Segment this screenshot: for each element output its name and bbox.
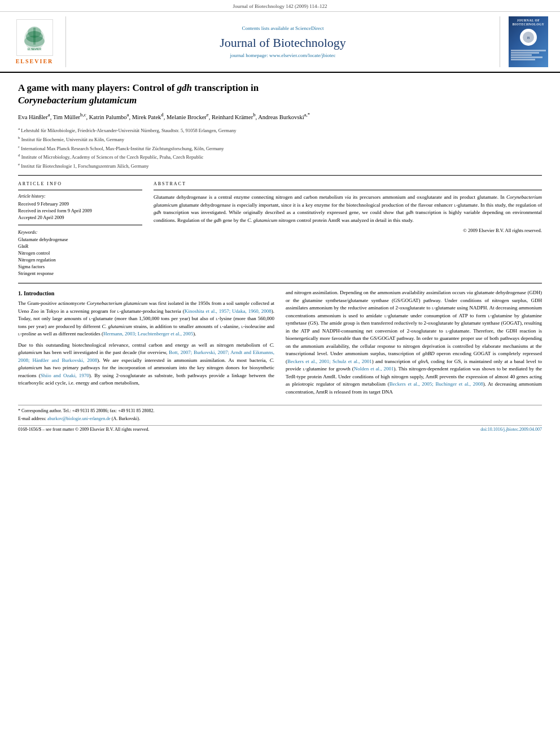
journal-info-bar: Journal of Biotechnology 142 (2009) 114–… [0, 0, 560, 12]
keyword-6: Stringent response [18, 270, 142, 276]
cover-logo-svg: B [522, 30, 535, 44]
section-divider-2 [18, 283, 542, 283]
affiliation-c: c International Max Planck Research Scho… [18, 144, 542, 152]
abstract-text: Glutamate dehydrogenase is a central enz… [154, 194, 542, 224]
ref-beckers2001[interactable]: Beckers et al., 2001; Schulz et al., 200… [287, 359, 372, 364]
intro-paragraph-3: and nitrogen assimilation. Depending on … [286, 289, 542, 396]
svg-text:B: B [527, 36, 530, 40]
section-divider-1 [18, 175, 542, 176]
issn-line: 0168-1656/$ – see front matter © 2009 El… [18, 427, 150, 432]
email-link[interactable]: aburkov@biologie.uni-erlangen.de [47, 416, 111, 421]
intro-paragraph-2: Due to this outstanding biotechnological… [18, 342, 274, 387]
journal-cover-image: JOURNAL OFBIOTECHNOLOGY B [509, 16, 548, 67]
elsevier-logo-box: ELSEVIER [16, 19, 53, 56]
ref-hermann[interactable]: Hermann, 2003; Leuchtenberger et al., 20… [103, 331, 193, 337]
journal-title-area: Contents lists available at ScienceDirec… [65, 16, 500, 67]
elsevier-logo-svg: ELSEVIER [19, 22, 50, 53]
journal-citation: Journal of Biotechnology 142 (2009) 114–… [233, 3, 327, 9]
keywords-label: Keywords: [18, 230, 142, 235]
ref-kinoshita[interactable]: Kinoshita et al., 1957; Udaka, 1960, 200… [185, 308, 272, 314]
article-info-col: ARTICLE INFO Article history: Received 9… [18, 181, 142, 277]
sciencedirect-info: Contents lists available at ScienceDirec… [242, 25, 324, 31]
cover-decoration [511, 49, 546, 61]
svg-text:ELSEVIER: ELSEVIER [27, 47, 41, 51]
keywords-section: Keywords: Glutamate dehydrogenase GlnR N… [18, 230, 142, 276]
history-label: Article history: [18, 194, 142, 199]
page: Journal of Biotechnology 142 (2009) 114–… [0, 0, 560, 747]
journal-homepage: journal homepage: www.elsevier.com/locat… [230, 53, 336, 58]
header: ELSEVIER ELSEVIER Contents lists availab… [0, 12, 560, 73]
body-columns: 1. Introduction The Gram-positive actino… [18, 289, 542, 399]
keyword-4: Nitrogen regulation [18, 257, 142, 263]
affiliation-d: d Institute of Microbiology, Academy of … [18, 152, 542, 161]
footnote-email: E-mail address: aburkov@biologie.uni-erl… [18, 416, 542, 422]
keyword-1: Glutamate dehydrogenase [18, 237, 142, 242]
keyword-2: GlnR [18, 243, 142, 249]
abstract-col: ABSTRACT Glutamate dehydrogenase is a ce… [154, 181, 542, 277]
affiliation-e: e Institut für Biotechnologie 1, Forschu… [18, 161, 542, 170]
elsevier-wordmark: ELSEVIER [16, 58, 54, 64]
footnote-section: * Corresponding author. Tel.: +49 9131 8… [18, 405, 542, 421]
journal-cover-area: JOURNAL OFBIOTECHNOLOGY B [506, 16, 551, 67]
ref-shiio[interactable]: Shiio and Ozaki, 1970 [41, 373, 89, 378]
history-revised: Received in revised form 9 April 2009 [18, 208, 142, 213]
authors: Eva Hänßlera, Tim Müllerb,c, Katrin Palu… [18, 111, 542, 121]
article-info-abstract: ARTICLE INFO Article history: Received 9… [18, 181, 542, 277]
keyword-5: Sigma factors [18, 264, 142, 269]
intro-paragraph-1: The Gram-positive actinomycete Corynebac… [18, 300, 274, 338]
ref-bott[interactable]: Bott, 2007; Burkovski, 2007; Arndt and E… [18, 350, 274, 363]
sciencedirect-link-text[interactable]: ScienceDirect [295, 25, 323, 31]
affiliation-a: a Lehrstuhl für Mikrobiologie, Friedrich… [18, 126, 542, 134]
keywords-divider [18, 225, 142, 225]
cover-journal-title: JOURNAL OFBIOTECHNOLOGY [513, 19, 545, 26]
journal-title: Journal of Biotechnology [220, 36, 346, 50]
svg-point-4 [24, 36, 45, 47]
section-1-heading: 1. Introduction [18, 289, 274, 298]
history-received: Received 9 February 2009 [18, 201, 142, 207]
affiliations: a Lehrstuhl für Mikrobiologie, Friedrich… [18, 126, 542, 169]
article-title: A game with many players: Control of gdh… [18, 82, 542, 107]
doi-line[interactable]: doi:10.1016/j.jbiotec.2009.04.007 [480, 427, 542, 432]
abstract-divider [154, 190, 542, 190]
history-accepted: Accepted 20 April 2009 [18, 215, 142, 220]
homepage-url[interactable]: www.elsevier.com/locate/jbiotec [269, 53, 335, 58]
body-left-col: 1. Introduction The Gram-positive actino… [18, 289, 274, 399]
keyword-3: Nitrogen control [18, 250, 142, 256]
ref-beckers2005[interactable]: Beckers et al., 2005; Buchinger et al., … [390, 381, 483, 387]
bottom-bar: 0168-1656/$ – see front matter © 2009 El… [18, 425, 542, 432]
ref-nolden[interactable]: Nolden et al., 2001 [354, 366, 394, 372]
cover-logo-circle: B [520, 29, 537, 46]
body-right-col: and nitrogen assimilation. Depending on … [286, 289, 542, 399]
footnote-star: * Corresponding author. Tel.: +49 9131 8… [18, 408, 542, 414]
article-info-heading: ARTICLE INFO [18, 181, 142, 186]
abstract-heading: ABSTRACT [154, 181, 542, 186]
main-content: A game with many players: Control of gdh… [0, 73, 560, 441]
article-info-divider [18, 190, 142, 190]
affiliation-b: b Institut für Biochemie, Universität zu… [18, 135, 542, 143]
publisher-logo-area: ELSEVIER ELSEVIER [9, 16, 60, 67]
copyright: © 2009 Elsevier B.V. All rights reserved… [154, 228, 542, 233]
